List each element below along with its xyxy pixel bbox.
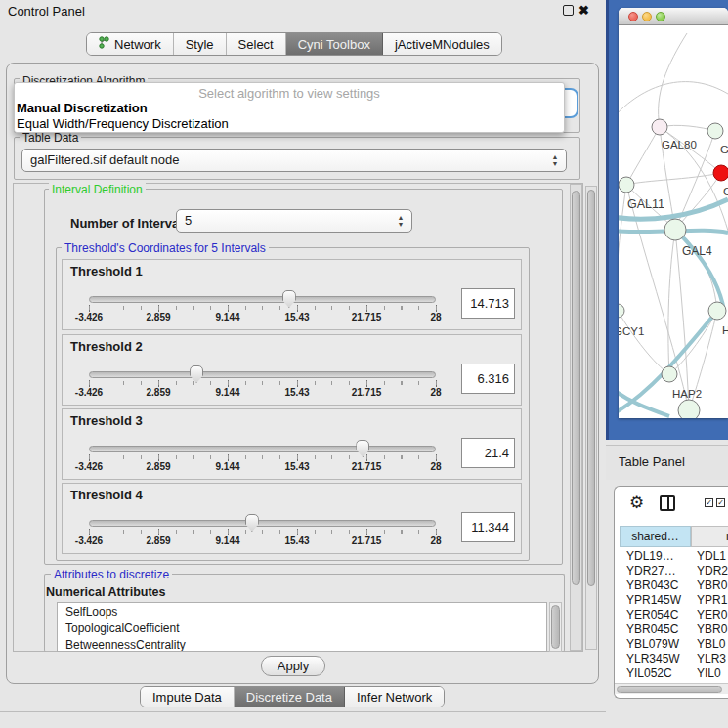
tab-impute-data[interactable]: Impute Data xyxy=(141,687,235,707)
close-traffic-icon[interactable] xyxy=(628,12,638,21)
node[interactable] xyxy=(708,302,726,320)
screen: Control Panel ✖ Network Style Select Cyn… xyxy=(0,0,728,728)
outer-vertical-scrollbar[interactable] xyxy=(585,186,597,650)
attributes-group-title: Attributes to discretize xyxy=(51,568,172,581)
inner-vertical-scrollbar-thumb[interactable] xyxy=(572,191,580,585)
interval-definition-title: Interval Definition xyxy=(49,183,146,196)
table-row[interactable]: YBR043CYBR0 xyxy=(615,578,728,593)
node-gal11[interactable] xyxy=(619,177,634,193)
network-window-titlebar[interactable] xyxy=(619,8,728,25)
combo-arrows-icon: ▲▼ xyxy=(551,153,559,167)
tab-network-label: Network xyxy=(114,37,161,52)
listbox-scrollbar-thumb[interactable] xyxy=(551,605,560,649)
node-label: C xyxy=(723,186,728,197)
column-header-shared-name[interactable]: shared… xyxy=(620,526,691,547)
network-graph: GAL80 GA C GAL11 GAL4 GCY1 H HAP2 xyxy=(619,25,728,418)
table-horizontal-scrollbar-thumb[interactable] xyxy=(617,686,722,693)
zoom-traffic-icon[interactable] xyxy=(656,12,665,21)
threshold-4-value-field[interactable]: 11.344 xyxy=(461,512,515,542)
columns-icon[interactable] xyxy=(660,495,675,511)
slider-minor-ticks xyxy=(89,530,437,534)
node-label: GAL4 xyxy=(682,244,712,258)
close-icon[interactable]: ✖ xyxy=(578,3,589,18)
table-data-title: Table Data xyxy=(20,131,81,145)
algorithm-dropdown-popup: Select algorithm to view settings Manual… xyxy=(14,82,565,133)
thresholds-group-title: Threshold's Coordinates for 5 Intervals xyxy=(62,241,269,255)
threshold-2-panel: Threshold 2 -3.426 2.859 9.144 15.43 21.… xyxy=(62,334,522,406)
apply-button[interactable]: Apply xyxy=(261,656,325,676)
algorithm-option-manual[interactable]: Manual Discretization xyxy=(17,101,148,115)
node[interactable] xyxy=(678,400,700,418)
node-gal80[interactable] xyxy=(652,119,667,135)
checkbox-icon[interactable]: ✓ xyxy=(716,498,725,507)
table-row[interactable]: YDR27…YDR2 xyxy=(615,564,728,578)
list-item[interactable]: BetweennessCentrality xyxy=(58,636,546,652)
node-gal4[interactable] xyxy=(664,219,686,240)
slider-minor-ticks xyxy=(89,381,437,385)
top-tab-bar: Network Style Select Cyni Toolbox jActiv… xyxy=(86,32,502,56)
threshold-3-panel: Threshold 3 -3.426 2.859 9.144 15.43 21.… xyxy=(62,408,522,480)
attributes-listbox[interactable]: SelfLoops TopologicalCoefficient Between… xyxy=(57,602,547,652)
table-panel-header: Table Panel xyxy=(606,445,728,480)
threshold-1-value-field[interactable]: 14.713 xyxy=(461,288,515,319)
tab-cyni-toolbox[interactable]: Cyni Toolbox xyxy=(286,33,383,55)
listbox-scrollbar[interactable] xyxy=(549,602,562,652)
combo-arrows-icon: ▲▼ xyxy=(397,214,405,228)
tab-discretize-data[interactable]: Discretize Data xyxy=(235,687,345,707)
node[interactable] xyxy=(707,123,723,139)
gear-icon[interactable]: ⚙ xyxy=(629,492,644,513)
table-row[interactable]: YLR345WYLR3 xyxy=(615,652,728,666)
threshold-2-slider-track[interactable] xyxy=(89,371,436,378)
threshold-4-panel: Threshold 4 -3.426 2.859 9.144 15.43 21.… xyxy=(62,483,522,554)
inner-vertical-scrollbar[interactable] xyxy=(570,184,582,651)
threshold-1-panel: Threshold 1 -3.426 2.859 9.144 15.43 21.… xyxy=(62,259,522,330)
number-of-intervals-value: 5 xyxy=(185,213,192,228)
numerical-attributes-label: Numerical Attributes xyxy=(46,585,165,599)
number-of-intervals-label: Number of Intervals xyxy=(70,216,190,231)
tab-style[interactable]: Style xyxy=(174,33,227,55)
table-window: ⚙ ✓ ✓ shared… na YDL19…YDL1 YDR27…YDR2 Y… xyxy=(614,486,728,699)
table-row[interactable]: YDL19…YDL1 xyxy=(615,549,728,564)
threshold-3-value-field[interactable]: 21.4 xyxy=(461,438,515,468)
algorithm-hint-option[interactable]: Select algorithm to view settings xyxy=(15,86,564,101)
algorithm-option-equal-width[interactable]: Equal Width/Frequency Discretization xyxy=(17,116,229,131)
table-panel-title: Table Panel xyxy=(619,454,685,469)
node-label: HAP2 xyxy=(672,388,702,400)
tab-network[interactable]: Network xyxy=(87,33,174,55)
bottom-divider xyxy=(0,711,606,712)
table-data-combobox[interactable]: galFiltered.sif default node ▲▼ xyxy=(21,149,567,172)
table-row[interactable]: YBR045CYBR0 xyxy=(615,622,728,637)
list-item[interactable]: TopologicalCoefficient xyxy=(58,620,546,636)
threshold-3-slider-track[interactable] xyxy=(89,446,436,452)
network-window: GAL80 GA C GAL11 GAL4 GCY1 H HAP2 xyxy=(619,8,728,418)
table-row[interactable]: YBL079WYBL0 xyxy=(615,637,728,652)
tab-infer-network[interactable]: Infer Network xyxy=(345,687,444,707)
slider-minor-ticks xyxy=(89,306,437,310)
list-item[interactable]: SelfLoops xyxy=(58,603,546,620)
node-label: GAL80 xyxy=(662,139,697,150)
column-header-name[interactable]: na xyxy=(691,526,728,547)
table-row[interactable]: YIL052CYIL0 xyxy=(615,666,728,683)
table-row[interactable]: YER054CYER0 xyxy=(615,608,728,622)
threshold-1-slider-track[interactable] xyxy=(89,296,436,303)
node-label: H xyxy=(722,324,728,336)
node-label: GCY1 xyxy=(619,325,644,337)
table-horizontal-scrollbar[interactable] xyxy=(615,683,728,694)
network-canvas[interactable]: GAL80 GA C GAL11 GAL4 GCY1 H HAP2 xyxy=(619,25,728,418)
table-data-combobox-value: galFiltered.sif default node xyxy=(30,152,179,167)
float-window-icon[interactable] xyxy=(563,5,574,16)
threshold-2-value-field[interactable]: 6.316 xyxy=(461,364,515,394)
node-selected-red[interactable] xyxy=(713,165,728,181)
network-icon xyxy=(99,36,109,52)
table-row[interactable]: YPR145WYPR1 xyxy=(615,593,728,608)
outer-vertical-scrollbar-thumb[interactable] xyxy=(587,190,595,586)
node-gcy1[interactable] xyxy=(619,304,624,318)
control-panel-titlebar: Control Panel ✖ xyxy=(0,0,606,23)
threshold-4-slider-track[interactable] xyxy=(89,520,436,527)
number-of-intervals-combobox[interactable]: 5 ▲▼ xyxy=(176,209,412,233)
minimize-traffic-icon[interactable] xyxy=(642,12,652,21)
node-hap2[interactable] xyxy=(662,366,677,382)
tab-select[interactable]: Select xyxy=(227,33,286,55)
checkbox-icon[interactable]: ✓ xyxy=(705,498,713,507)
tab-jactivemnodules[interactable]: jActiveMNodules xyxy=(383,33,501,55)
